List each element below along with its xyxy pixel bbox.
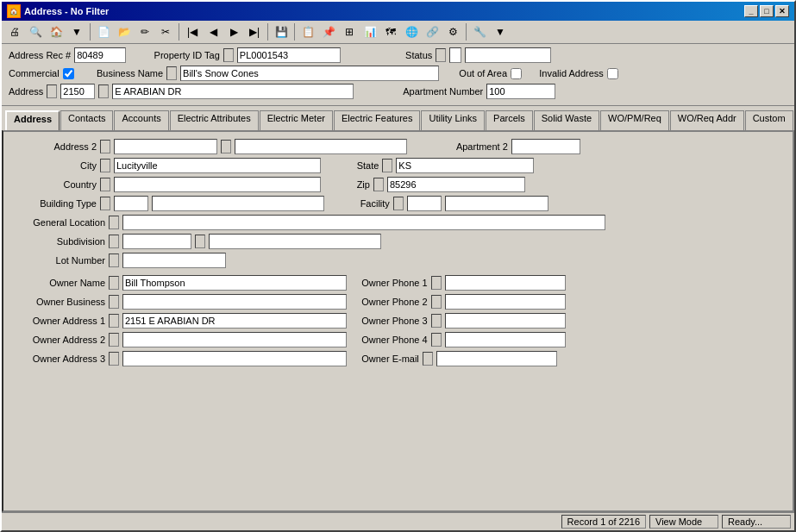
owner-address1-label: Owner Address 1 [10, 316, 105, 326]
globe-button[interactable]: 🌐 [402, 22, 421, 41]
search-button[interactable]: 🔍 [26, 22, 45, 41]
owner-phone4-indicator [431, 333, 442, 347]
owner-phone3-input[interactable] [445, 313, 566, 329]
settings-button[interactable]: ⚙ [443, 22, 462, 41]
chart-button[interactable]: 📊 [360, 22, 379, 41]
toolbar-sep-1 [90, 23, 91, 41]
toolbar-sep-4 [294, 23, 295, 41]
property-id-input[interactable] [237, 47, 341, 63]
subdivision-label: Subdivision [10, 236, 105, 247]
owner-phone4-input[interactable] [445, 332, 566, 347]
maximize-button[interactable]: □ [760, 5, 774, 17]
filter-dropdown-button[interactable]: ▼ [67, 22, 86, 41]
owner-business-label: Owner Business [10, 297, 105, 307]
facility-label: Facility [360, 198, 390, 209]
address-sep-indicator [98, 84, 109, 98]
record-status: Record 1 of 2216 [561, 515, 646, 529]
zip-input[interactable] [387, 177, 525, 192]
edit-button[interactable]: ✏ [135, 22, 154, 41]
tab-electric-attributes[interactable]: Electric Attributes [170, 110, 259, 130]
tab-contacts[interactable]: Contacts [60, 110, 113, 130]
state-indicator [382, 159, 392, 172]
owner-phone3-label: Owner Phone 3 [361, 316, 427, 326]
tab-address[interactable]: Address [5, 110, 60, 130]
tab-solid-waste[interactable]: Solid Waste [534, 110, 599, 130]
address2-indicator [100, 140, 110, 153]
address-rec-input[interactable] [74, 47, 126, 63]
commercial-checkbox[interactable] [63, 68, 74, 79]
arrow-dropdown-button[interactable]: ▼ [491, 22, 510, 41]
owner-address3-input[interactable] [122, 351, 347, 366]
owner-address2-input[interactable] [122, 332, 347, 347]
prev-button[interactable]: ◀ [204, 22, 223, 41]
property-id-label: Property ID Tag [154, 50, 220, 60]
address2-input2[interactable] [235, 139, 407, 154]
facility-input1[interactable] [407, 196, 442, 211]
business-name-input[interactable] [180, 66, 439, 81]
address-number-input[interactable] [60, 84, 95, 99]
print-button[interactable]: 🖨 [5, 22, 24, 41]
status-input2[interactable] [465, 47, 551, 63]
building-type-input1[interactable] [114, 196, 148, 211]
subdivision-input1[interactable] [122, 234, 191, 249]
subdivision-input2[interactable] [209, 234, 381, 249]
tab-wo-req-addr[interactable]: WO/Req Addr [670, 110, 744, 130]
open-button[interactable]: 📂 [115, 22, 134, 41]
apartment2-label: Apartment 2 [456, 141, 508, 152]
paste-button[interactable]: 📌 [319, 22, 338, 41]
country-label: Country [10, 179, 97, 190]
cut-button[interactable]: ✂ [156, 22, 175, 41]
first-button[interactable]: |◀ [183, 22, 202, 41]
map-button[interactable]: 🗺 [381, 22, 400, 41]
last-button[interactable]: ▶| [245, 22, 264, 41]
facility-input2[interactable] [445, 196, 548, 211]
link-button[interactable]: 🔗 [423, 22, 442, 41]
country-input[interactable] [114, 177, 321, 192]
owner-email-input[interactable] [436, 351, 557, 366]
title-bar: 🏠 Address - No Filter _ □ ✕ [2, 2, 794, 21]
status-input1[interactable] [449, 47, 461, 63]
owner-address3-row: Owner Address 3 Owner E-mail [10, 351, 786, 366]
tab-parcels[interactable]: Parcels [486, 110, 533, 130]
invalid-address-checkbox[interactable] [607, 68, 618, 79]
tab-electric-features[interactable]: Electric Features [334, 110, 421, 130]
apartment2-input[interactable] [511, 139, 580, 154]
apartment-number-label: Apartment Number [403, 86, 483, 97]
tool-button[interactable]: 🔧 [470, 22, 489, 41]
building-type-input2[interactable] [152, 196, 324, 211]
address-street-input[interactable] [112, 84, 354, 99]
owner-business-input[interactable] [122, 294, 347, 310]
owner-phone2-label: Owner Phone 2 [361, 297, 427, 307]
owner-address1-input[interactable] [122, 313, 347, 329]
owner-address3-indicator [109, 352, 119, 366]
new-button[interactable]: 📄 [94, 22, 113, 41]
state-input[interactable] [396, 158, 534, 173]
apartment-number-input[interactable] [486, 84, 555, 99]
out-of-area-checkbox[interactable] [511, 68, 522, 79]
close-button[interactable]: ✕ [775, 5, 789, 17]
general-location-indicator [109, 216, 119, 229]
invalid-address-label: Invalid Address [539, 68, 604, 78]
next-button[interactable]: ▶ [224, 22, 243, 41]
tab-accounts[interactable]: Accounts [114, 110, 168, 130]
subdivision-indicator [109, 235, 119, 248]
window-title: Address - No Filter [24, 6, 109, 16]
owner-phone2-input[interactable] [445, 294, 566, 310]
owner-business-indicator [109, 295, 119, 309]
tab-custom[interactable]: Custom [745, 110, 793, 130]
owner-name-input[interactable] [122, 275, 347, 291]
tab-wo-pm-req[interactable]: WO/PM/Req [600, 110, 669, 130]
lot-number-input[interactable] [122, 253, 226, 268]
city-input[interactable] [114, 158, 321, 173]
copy-button[interactable]: 📋 [298, 22, 317, 41]
owner-phone1-input[interactable] [445, 275, 566, 291]
general-location-input[interactable] [122, 215, 605, 230]
tab-electric-meter[interactable]: Electric Meter [260, 110, 333, 130]
minimize-button[interactable]: _ [744, 5, 758, 17]
owner-address1-indicator [109, 314, 119, 328]
address2-input1[interactable] [114, 139, 217, 154]
tab-utility-links[interactable]: Utility Links [421, 110, 485, 130]
home-button[interactable]: 🏠 [47, 22, 66, 41]
grid-button[interactable]: ⊞ [340, 22, 359, 41]
save-button[interactable]: 💾 [272, 22, 291, 41]
